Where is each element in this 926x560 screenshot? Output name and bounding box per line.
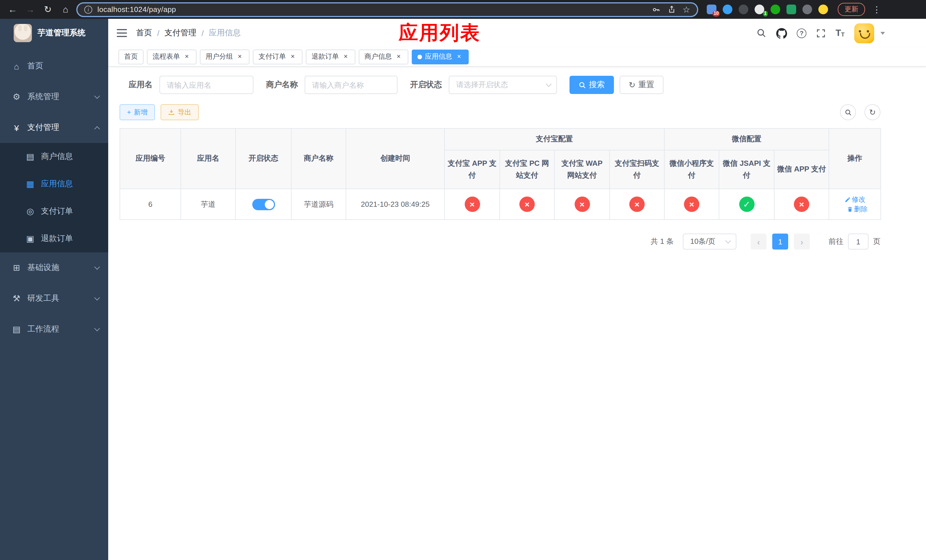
extension-icon-7[interactable] xyxy=(802,5,812,14)
bookmark-star-icon[interactable]: ☆ xyxy=(682,5,690,14)
sidebar-menu: ⌂ 首页 ⚙ 系统管理 ¥ 支付管理 ▤ 商户信息 xyxy=(0,47,108,560)
back-icon[interactable]: ← xyxy=(6,3,20,16)
app-table: 应用编号 应用名 开启状态 商户名称 创建时间 支付宝配置 微信配置 操作 支付… xyxy=(120,128,881,220)
sidebar-item-merchant-info[interactable]: ▤ 商户信息 xyxy=(0,143,108,170)
merchant-name-label: 商户名称 xyxy=(266,80,298,90)
sidebar-item-workflow[interactable]: ▤ 工作流程 xyxy=(0,314,108,345)
close-icon[interactable]: × xyxy=(183,53,191,61)
sidebar-logo[interactable]: 芋道管理系统 xyxy=(0,19,108,47)
app-name-input[interactable] xyxy=(159,76,253,94)
export-button[interactable]: 导出 xyxy=(160,104,199,120)
sidebar-item-infra[interactable]: ⊞ 基础设施 xyxy=(0,252,108,283)
tab-process-form[interactable]: 流程表单× xyxy=(147,49,197,64)
delete-link[interactable]: 删除 xyxy=(847,204,868,214)
extension-icon-5[interactable] xyxy=(770,5,780,14)
tab-pay-orders[interactable]: 支付订单× xyxy=(253,49,303,64)
browser-menu-icon[interactable]: ⋮ xyxy=(870,4,883,15)
add-button[interactable]: + 新增 xyxy=(120,104,155,120)
sidebar-item-pay-orders[interactable]: ◎ 支付订单 xyxy=(0,198,108,225)
sidebar-item-system[interactable]: ⚙ 系统管理 xyxy=(0,82,108,112)
tab-refund-orders[interactable]: 退款订单× xyxy=(306,49,356,64)
tools-icon: ⚒ xyxy=(11,294,22,304)
wechat-app-status-icon: × xyxy=(794,197,809,212)
help-icon[interactable]: ? xyxy=(797,28,806,38)
sidebar-item-app-info[interactable]: ▦ 应用信息 xyxy=(0,170,108,198)
next-page-button[interactable]: › xyxy=(794,233,810,250)
tab-home[interactable]: 首页 xyxy=(118,49,144,64)
prev-page-button[interactable]: ‹ xyxy=(750,233,767,250)
sidebar-item-home[interactable]: ⌂ 首页 xyxy=(0,51,108,82)
screen: ← → ↻ ⌂ i localhost:1024/pay/app ☆ 10 1 xyxy=(0,0,926,560)
page-size-select[interactable]: 10条/页 xyxy=(683,233,736,250)
url-text: localhost:1024/pay/app xyxy=(97,5,176,14)
toggle-search-button[interactable] xyxy=(840,104,856,120)
breadcrumb: 首页 / 支付管理 / 应用信息 xyxy=(136,28,241,38)
edit-link[interactable]: 修改 xyxy=(844,195,865,204)
extension-icon-3[interactable] xyxy=(738,5,748,14)
close-icon[interactable]: × xyxy=(395,53,402,61)
table-row: 6 芋道 芋道源码 2021-10-23 08:49:25 × × × xyxy=(120,189,881,219)
extension-icon-1[interactable]: 10 xyxy=(707,5,716,14)
cell-created: 2021-10-23 08:49:25 xyxy=(346,189,445,219)
home-icon[interactable]: ⌂ xyxy=(59,3,72,16)
breadcrumb-home[interactable]: 首页 xyxy=(136,28,152,38)
search-icon[interactable] xyxy=(756,28,767,38)
extension-icon-8[interactable] xyxy=(819,5,828,14)
status-select[interactable]: 请选择开启状态 xyxy=(449,76,557,94)
share-icon[interactable] xyxy=(667,5,676,14)
chevron-down-icon xyxy=(94,264,100,270)
total-count: 共 1 条 xyxy=(651,236,674,247)
close-icon[interactable]: × xyxy=(289,53,297,61)
order-icon: ◎ xyxy=(25,206,35,216)
tab-user-group[interactable]: 用户分组× xyxy=(200,49,250,64)
close-icon[interactable]: × xyxy=(236,53,244,61)
page-number-1[interactable]: 1 xyxy=(772,233,788,250)
tab-merchant-info[interactable]: 商户信息× xyxy=(359,49,409,64)
breadcrumb-payment[interactable]: 支付管理 xyxy=(165,28,197,38)
tab-app-info[interactable]: 应用信息× xyxy=(412,49,469,64)
chevron-up-icon xyxy=(94,126,100,132)
goto-page-input[interactable] xyxy=(848,233,869,250)
password-key-icon[interactable] xyxy=(651,5,660,14)
goto-label: 前往 xyxy=(829,236,843,247)
avatar[interactable] xyxy=(854,23,874,43)
github-icon[interactable] xyxy=(776,28,787,38)
page-content: 应用名 商户名称 开启状态 请选择开启状态 xyxy=(108,67,926,560)
alipay-qr-status-icon: × xyxy=(629,197,645,212)
col-merchant: 商户名称 xyxy=(291,129,346,189)
reload-icon[interactable]: ↻ xyxy=(41,3,54,16)
breadcrumb-current: 应用信息 xyxy=(209,28,241,38)
navbar-actions: ? TT xyxy=(756,23,885,43)
close-icon[interactable]: × xyxy=(455,53,463,61)
address-bar[interactable]: i localhost:1024/pay/app ☆ xyxy=(76,2,698,17)
yen-icon: ¥ xyxy=(11,123,22,132)
sidebar-toggle-icon[interactable] xyxy=(117,29,127,37)
enabled-switch[interactable] xyxy=(252,198,275,210)
chrome-update-button[interactable]: 更新 xyxy=(838,3,865,16)
cell-operations: 修改 删除 xyxy=(829,189,881,219)
search-button[interactable]: 搜索 xyxy=(569,76,614,94)
sidebar-item-refund-orders[interactable]: ▣ 退款订单 xyxy=(0,225,108,252)
gear-icon: ⚙ xyxy=(11,92,22,102)
close-icon[interactable]: × xyxy=(342,53,350,61)
forward-icon[interactable]: → xyxy=(23,3,37,16)
chevron-down-icon[interactable] xyxy=(881,32,885,35)
sidebar-item-devtools[interactable]: ⚒ 研发工具 xyxy=(0,283,108,314)
font-size-icon[interactable]: TT xyxy=(835,29,844,38)
sidebar-item-payment[interactable]: ¥ 支付管理 xyxy=(0,112,108,143)
top-navbar: 首页 / 支付管理 / 应用信息 应用列表 ? xyxy=(108,19,926,47)
col-created: 创建时间 xyxy=(346,129,445,189)
fullscreen-icon[interactable] xyxy=(816,28,826,38)
merchant-name-input[interactable] xyxy=(305,76,398,94)
site-info-icon[interactable]: i xyxy=(84,5,92,14)
extension-icon-2[interactable] xyxy=(723,5,732,14)
col-alipay-wap: 支付宝 WAP 网站支付 xyxy=(554,150,610,189)
col-group-wechat: 微信配置 xyxy=(664,129,829,150)
extension-icon-4[interactable]: 1 xyxy=(755,5,764,14)
alipay-pc-status-icon: × xyxy=(519,197,535,212)
reset-button[interactable]: ↻ 重置 xyxy=(620,76,663,94)
refresh-table-button[interactable]: ↻ xyxy=(864,104,881,120)
pagination: 共 1 条 10条/页 ‹ 1 › 前往 页 xyxy=(120,233,881,250)
extension-icon-6[interactable] xyxy=(787,5,796,14)
app-name-label: 应用名 xyxy=(129,80,153,90)
